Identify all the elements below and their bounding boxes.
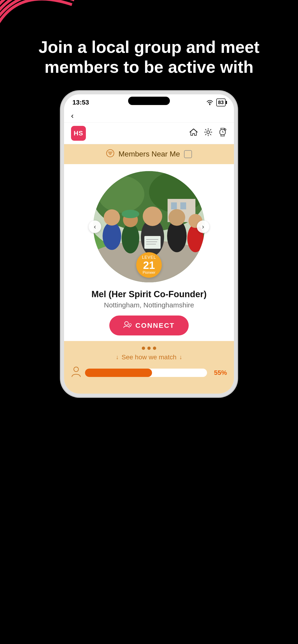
pagination-dots — [71, 346, 227, 350]
svg-point-1 — [207, 131, 210, 134]
arrow-down-right-icon: ↓ — [179, 354, 182, 361]
filter-icon — [106, 149, 114, 159]
svg-point-21 — [168, 209, 185, 226]
phone-mockup: 13:53 83 ‹ HS — [61, 91, 237, 397]
level-badge: Level 21 Pioneer — [136, 252, 162, 278]
svg-point-30 — [74, 367, 79, 372]
match-progress-row: 55% — [71, 366, 227, 380]
app-logo: HS — [71, 126, 86, 141]
svg-rect-11 — [180, 202, 186, 209]
home-icon[interactable] — [189, 128, 198, 138]
settings-icon[interactable] — [204, 128, 213, 139]
level-number: 21 — [143, 260, 155, 270]
svg-point-0 — [209, 104, 210, 105]
person-icon — [71, 366, 81, 380]
connect-label: CONNECT — [135, 322, 175, 330]
header-action-icons — [189, 127, 227, 139]
level-tier: Pioneer — [143, 270, 155, 275]
partial-next-card — [64, 384, 234, 394]
svg-point-14 — [104, 209, 120, 226]
svg-point-13 — [103, 222, 121, 250]
hero-text: Join a local group and meet members to b… — [0, 0, 298, 91]
back-button[interactable]: ‹ — [71, 111, 74, 120]
wifi-icon — [206, 99, 214, 106]
see-match-label: See how we match — [122, 354, 177, 361]
profile-location: Nottingham, Nottinghamshire — [104, 301, 194, 309]
navigation-bar: ‹ — [64, 108, 234, 123]
carousel-next-button[interactable]: › — [197, 220, 209, 233]
watch-icon[interactable] — [218, 127, 227, 139]
profile-image-wrapper: ‹ — [93, 171, 205, 282]
status-bar: 13:53 83 — [64, 94, 234, 108]
dot-1 — [142, 346, 145, 350]
svg-point-28 — [125, 322, 128, 325]
status-icons: 83 — [206, 98, 226, 106]
connect-icon — [123, 320, 132, 330]
members-near-me-bar[interactable]: Members Near Me — [64, 144, 234, 164]
connect-button[interactable]: CONNECT — [109, 316, 188, 336]
progress-bar-fill — [85, 368, 152, 377]
bottom-match-section: ↓ See how we match ↓ 55% — [64, 341, 234, 384]
svg-rect-10 — [171, 202, 177, 209]
dot-3 — [153, 346, 156, 350]
members-near-me-label: Members Near Me — [119, 150, 180, 158]
profile-name: Mel (Her Spirit Co-Founder) — [91, 289, 207, 299]
progress-bar-track — [85, 368, 207, 377]
members-near-me-checkbox[interactable] — [184, 150, 192, 158]
phone-wrapper: 13:53 83 ‹ HS — [0, 91, 298, 416]
svg-point-19 — [143, 206, 162, 226]
svg-point-15 — [122, 223, 139, 254]
svg-point-7 — [98, 176, 144, 213]
progress-percentage: 55% — [211, 369, 227, 376]
arrow-down-left-icon: ↓ — [116, 354, 119, 361]
battery-indicator: 83 — [216, 98, 226, 106]
profile-card: ‹ — [64, 164, 234, 336]
app-header: HS — [64, 123, 234, 144]
dot-2 — [147, 346, 151, 350]
svg-point-17 — [122, 210, 139, 218]
svg-rect-24 — [144, 236, 161, 249]
phone-notch — [128, 97, 170, 105]
carousel-prev-button[interactable]: ‹ — [89, 220, 101, 233]
time-display: 13:53 — [72, 99, 89, 106]
see-match-row[interactable]: ↓ See how we match ↓ — [71, 354, 227, 361]
